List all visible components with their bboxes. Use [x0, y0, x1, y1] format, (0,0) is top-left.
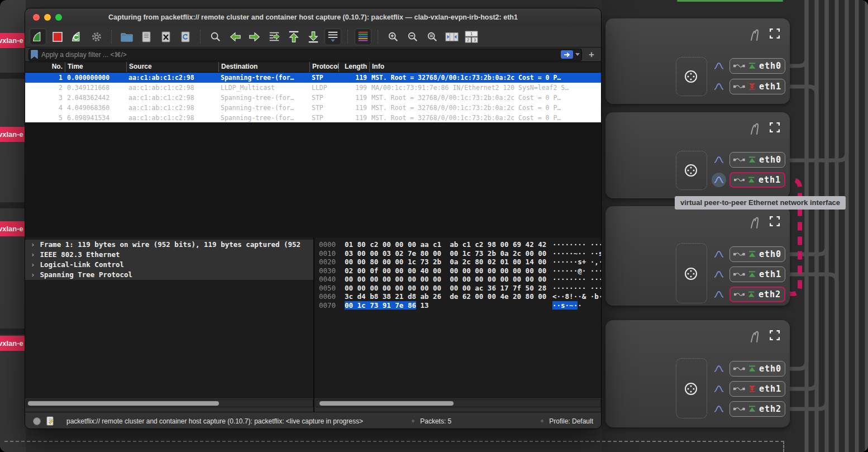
- capture-wave-icon[interactable]: [712, 267, 726, 282]
- auto-scroll-button[interactable]: [325, 28, 341, 45]
- packet-row[interactable]: 10.000000000aa:c1:ab:c1:c2:98Spanning-tr…: [25, 73, 601, 83]
- capture-comment-icon[interactable]: [46, 416, 54, 426]
- node-badge[interactable]: vxlan-e: [0, 127, 28, 142]
- capture-wave-icon[interactable]: [712, 173, 726, 187]
- packet-row[interactable]: 32.048362442aa:c1:ab:c1:c2:98Spanning-tr…: [25, 93, 601, 103]
- interface-row: eth0: [712, 246, 785, 262]
- chevron-icon[interactable]: ›: [31, 250, 35, 259]
- reload-file-button[interactable]: [177, 28, 194, 45]
- detail-row-ethernet[interactable]: ›IEEE 802.3 Ethernet: [25, 250, 313, 260]
- expand-icon[interactable]: [770, 28, 780, 39]
- link-up-icon: [748, 406, 756, 412]
- detail-row-llc[interactable]: ›Logical-Link Control: [25, 260, 313, 270]
- apply-filter-button[interactable]: [561, 50, 573, 59]
- hex-row[interactable]: 004000 00 00 00 00 00 00 00 00 00 00 00 …: [314, 275, 602, 284]
- hex-row[interactable]: 001003 00 00 03 02 7e 80 00 00 1c 73 2b …: [314, 249, 602, 258]
- capture-wave-icon[interactable]: [712, 287, 726, 302]
- node-badge[interactable]: vxlan-e: [0, 221, 28, 236]
- capture-wave-icon[interactable]: [712, 79, 726, 94]
- capture-wave-icon[interactable]: [712, 402, 726, 416]
- chevron-icon[interactable]: ›: [31, 240, 35, 249]
- interface-chip-eth0[interactable]: eth0: [729, 58, 785, 74]
- zoom-out-button[interactable]: [404, 28, 421, 45]
- interface-chip-eth1[interactable]: eth1: [729, 381, 785, 397]
- interface-chip-eth0[interactable]: eth0: [729, 361, 785, 377]
- container-panel: eth0 eth1 eth2: [605, 206, 790, 306]
- hex-row[interactable]: 003002 00 0f 00 00 00 40 00 00 00 00 00 …: [314, 267, 602, 275]
- interface-chip-eth0[interactable]: eth0: [729, 152, 785, 168]
- chevron-icon[interactable]: ›: [31, 260, 35, 269]
- interface-chip-eth1[interactable]: eth1: [729, 79, 785, 94]
- details-horizontal-scrollbar[interactable]: [26, 399, 313, 407]
- hex-row[interactable]: 00603c d4 b8 38 21 d8 ab 26 de 62 00 00 …: [314, 292, 602, 301]
- chevron-icon[interactable]: ›: [31, 270, 35, 279]
- capture-squiggle-icon[interactable]: [750, 329, 762, 344]
- column-header-protocol[interactable]: Protocol: [309, 62, 338, 72]
- scrollbar-thumb[interactable]: [28, 401, 219, 406]
- resize-columns-button[interactable]: [443, 28, 460, 45]
- interface-chip-eth0[interactable]: eth0: [729, 246, 785, 262]
- layout-button[interactable]: 123: [463, 28, 480, 45]
- interface-row: eth0: [712, 361, 785, 377]
- column-header-info[interactable]: Info: [369, 62, 601, 72]
- close-file-button[interactable]: [158, 28, 174, 45]
- interface-chip-eth1-selected[interactable]: eth1: [729, 172, 785, 188]
- packet-row[interactable]: 20.349121668aa:c1:ab:c1:c2:98LLDP_Multic…: [25, 83, 601, 93]
- capture-squiggle-icon[interactable]: [750, 27, 762, 42]
- detail-row-stp[interactable]: ›Spanning Tree Protocol: [25, 270, 313, 280]
- previous-packet-button[interactable]: [227, 28, 244, 45]
- column-header-no[interactable]: No.: [25, 62, 65, 72]
- display-filter-input[interactable]: [40, 50, 559, 59]
- capture-wave-icon[interactable]: [712, 382, 726, 396]
- column-header-length[interactable]: Length: [338, 62, 369, 72]
- save-file-button[interactable]: [138, 28, 155, 45]
- add-filter-button[interactable]: +: [585, 49, 598, 60]
- column-header-destination[interactable]: Destination: [218, 62, 309, 72]
- detail-row-frame[interactable]: ›Frame 1: 119 bytes on wire (952 bits), …: [25, 240, 313, 250]
- scrollbar-thumb[interactable]: [319, 401, 454, 406]
- interface-chip-eth2-selected[interactable]: eth2: [729, 287, 785, 302]
- colorize-packets-button[interactable]: [355, 28, 371, 45]
- profile-status[interactable]: Profile: Default: [549, 417, 593, 425]
- capture-wave-icon[interactable]: [712, 247, 726, 261]
- container-icon: [684, 382, 698, 396]
- node-badge[interactable]: vxlan-e: [0, 336, 28, 351]
- expand-icon[interactable]: [770, 122, 780, 132]
- zoom-reset-button[interactable]: [424, 28, 441, 45]
- go-to-packet-button[interactable]: [266, 28, 283, 45]
- expand-icon[interactable]: [770, 216, 780, 226]
- next-packet-button[interactable]: [246, 28, 263, 45]
- go-to-last-packet-button[interactable]: [305, 28, 322, 45]
- find-packet-button[interactable]: [207, 28, 224, 45]
- hex-row[interactable]: 000001 80 c2 00 00 00 aa c1 ab c1 c2 98 …: [314, 240, 602, 249]
- column-header-source[interactable]: Source: [126, 62, 218, 72]
- hex-row[interactable]: 002000 00 80 00 00 1c 73 2b 0a 2c 80 02 …: [314, 258, 602, 267]
- column-header-time[interactable]: Time: [65, 62, 126, 72]
- capture-squiggle-icon[interactable]: [750, 215, 762, 230]
- restart-capture-button[interactable]: [69, 28, 85, 45]
- interface-chip-eth2[interactable]: eth2: [729, 401, 785, 417]
- filter-bookmark-icon[interactable]: [31, 50, 38, 59]
- display-filter-field[interactable]: [28, 49, 582, 61]
- capture-options-button[interactable]: [88, 28, 105, 45]
- go-to-first-packet-button[interactable]: [285, 28, 302, 45]
- zoom-in-button[interactable]: [385, 28, 402, 45]
- hex-row[interactable]: 005000 00 00 00 00 00 00 00 00 00 ac 36 …: [314, 284, 602, 293]
- hex-row-highlighted[interactable]: 007000 1c 73 91 7e 86 13··s·~··: [314, 301, 602, 310]
- interface-chip-eth1[interactable]: eth1: [729, 267, 785, 282]
- packet-row[interactable]: 44.049068360aa:c1:ab:c1:c2:98Spanning-tr…: [25, 103, 601, 113]
- start-capture-button[interactable]: [30, 28, 46, 45]
- node-badge[interactable]: vxlan-e: [0, 33, 28, 48]
- expert-info-icon[interactable]: [33, 417, 41, 425]
- capture-wave-icon[interactable]: [712, 153, 726, 167]
- open-file-button[interactable]: [118, 28, 135, 45]
- expand-icon[interactable]: [770, 330, 780, 340]
- packet-row[interactable]: 56.098941534aa:c1:ab:c1:c2:98Spanning-tr…: [25, 113, 601, 123]
- capture-wave-icon[interactable]: [712, 59, 726, 73]
- filter-dropdown-caret[interactable]: [575, 53, 580, 56]
- stop-capture-button[interactable]: [49, 28, 66, 45]
- capture-squiggle-icon[interactable]: [750, 121, 762, 136]
- capture-wave-icon[interactable]: [712, 361, 726, 376]
- window-titlebar[interactable]: Capturing from packetflix:// remote clus…: [25, 8, 601, 27]
- bytes-horizontal-scrollbar[interactable]: [316, 399, 601, 407]
